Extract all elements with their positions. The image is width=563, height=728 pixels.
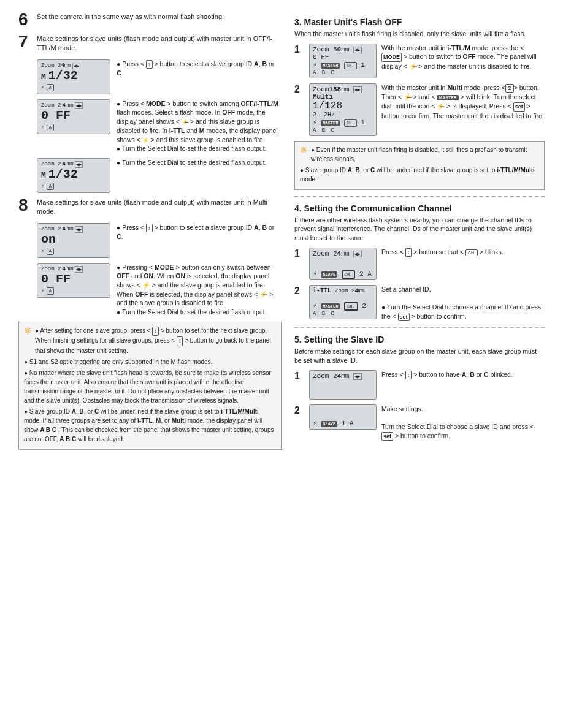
info-text-2: ● S1 and S2 optic triggering are only su… [24, 357, 212, 366]
section-3-intro: When the master unit's flash firing is d… [294, 29, 545, 39]
section-5-title: 5. Setting the Slave ID [294, 335, 545, 344]
lcd-section5-1: Zoom 24mm ◀▶ [309, 370, 377, 400]
section4-step1-text: Press < ↕ > button so that < CH. > blink… [381, 248, 545, 257]
lcd-section3-2: Zoom188mm ◀▶ Multi 1/128 2– 2Hz ⚡ MASTER… [309, 83, 377, 136]
step-8-number: 8 [18, 197, 32, 214]
section5-step1: 1 Zoom 24mm ◀▶ Press < ↕ > button to hav… [294, 370, 545, 400]
section-4-title: 4. Setting the Communication Channel [294, 203, 545, 213]
section5-step2: 2 ⚡ SLAVE 1 A Make settings. Turn the Se… [294, 404, 545, 441]
step-8-panel-2: Zoom 24mm ◀▶ 0 FF ⚡ A ● Pressing < MODE … [37, 263, 282, 317]
lcd-panel-7-3: Zoom 24mm ◀▶ M 1/32 ⚡ A [37, 158, 110, 193]
info-text-4: ● Slave group ID A, B, or C will be unde… [24, 407, 277, 444]
section5-step1-text: Press < ↕ > button to have A, B or C bli… [381, 370, 545, 380]
lcd-panel-8-1: Zoom 24mm ◀▶ on ⚡ A [37, 223, 110, 258]
section4-step2-num: 2 [294, 285, 304, 297]
bullet-text-7-1: ● Press < ↕ > button to select a slave g… [117, 59, 282, 78]
step-7-panel-3: Zoom 24mm ◀▶ M 1/32 ⚡ A ● Turn the Selec… [37, 158, 282, 193]
right-column: 3. Master Unit's Flash OFF When the mast… [294, 12, 545, 455]
section-4-intro: If there are other wireless flash system… [294, 216, 545, 243]
lcd-section4-2: i-TTL Zoom 24mm ⚡ MASTER CH. 2 A B C [309, 285, 377, 319]
section5-step1-num: 1 [294, 370, 304, 382]
step-7-content: Zoom 24mm ◀▶ M 1/32 ⚡ A ● Press < ↕ > bu… [37, 59, 282, 193]
left-column: 6 Set the camera in the same way as with… [18, 12, 282, 455]
info-row-1: 🔆 ● After setting for one slave group, p… [24, 326, 277, 355]
bullet-text-8-1: ● Press < ↕ > button to select a slave g… [117, 223, 282, 241]
lcd-panel-7-1: Zoom 24mm ◀▶ M 1/32 ⚡ A [37, 59, 110, 94]
section3-step2: 2 Zoom188mm ◀▶ Multi 1/128 2– 2Hz ⚡ MAST… [294, 83, 545, 136]
section5-step2-num: 2 [294, 404, 304, 416]
lcd-section3-1: Zoom 50mm ◀▶ 0 FF ⚡ MASTER CH. 1 A B C [309, 44, 377, 78]
section3-note-1: 🔆 ● Even if the master unit flash firing… [300, 145, 539, 164]
info-row-2: ● S1 and S2 optic triggering are only su… [24, 357, 277, 366]
step-7-text: Make settings for slave units (flash mod… [37, 34, 282, 53]
step-7-panel-1: Zoom 24mm ◀▶ M 1/32 ⚡ A ● Press < ↕ > bu… [37, 59, 282, 94]
divider-1 [294, 196, 545, 197]
lcd-section5-2: ⚡ SLAVE 1 A [309, 404, 377, 430]
lcd-section4-1: Zoom 24mm ◀▶ ⚡ SLAVE CH. 2 A [309, 248, 377, 280]
section4-step2: 2 i-TTL Zoom 24mm ⚡ MASTER CH. 2 A B C S… [294, 285, 545, 322]
info-text-1: ● After setting for one slave group, pre… [35, 326, 277, 355]
step-7-row: 7 Make settings for slave units (flash m… [18, 34, 282, 53]
step-8-row: 8 Make settings for slave units (flash m… [18, 198, 282, 217]
section4-step1-num: 1 [294, 248, 304, 259]
section3-step1: 1 Zoom 50mm ◀▶ 0 FF ⚡ MASTER CH. 1 A B C… [294, 44, 545, 78]
step-8-content: Zoom 24mm ◀▶ on ⚡ A ● Press < ↕ > button… [37, 223, 282, 317]
step-6-row: 6 Set the camera in the same way as with… [18, 12, 282, 28]
step-6-text: Set the camera in the same way as with n… [37, 12, 282, 21]
section3-note-box: 🔆 ● Even if the master unit flash firing… [294, 141, 545, 190]
divider-2 [294, 327, 545, 328]
step-6-number: 6 [18, 11, 32, 28]
bullet-text-7-2: ● Press < MODE > button to switch among … [117, 99, 282, 153]
bullet-text-8-2: ● Pressing < MODE > button can only swit… [117, 263, 282, 317]
section-3-title: 3. Master Unit's Flash OFF [294, 17, 545, 27]
lcd-panel-8-2: Zoom 24mm ◀▶ 0 FF ⚡ A [37, 263, 110, 298]
step-8-panel-1: Zoom 24mm ◀▶ on ⚡ A ● Press < ↕ > button… [37, 223, 282, 258]
info-text-3: ● No matter where the slave unit flash h… [24, 368, 277, 405]
info-row-3: ● No matter where the slave unit flash h… [24, 368, 277, 405]
step-7-number: 7 [18, 33, 32, 50]
section3-step1-num: 1 [294, 44, 304, 55]
info-icon-1: 🔆 [24, 326, 33, 335]
bullet-text-7-3: ● Turn the Select Dial to set the desire… [117, 158, 282, 167]
info-box-left: 🔆 ● After setting for one slave group, p… [18, 322, 282, 450]
section3-step1-text: With the master unit in i-TTL/M mode, pr… [381, 44, 545, 71]
section4-step1: 1 Zoom 24mm ◀▶ ⚡ SLAVE CH. 2 A Press < ↕… [294, 248, 545, 280]
page-layout: 6 Set the camera in the same way as with… [18, 12, 545, 455]
section-5-intro: Before make settings for each slave grou… [294, 347, 545, 365]
info-row-4: ● Slave group ID A, B, or C will be unde… [24, 407, 277, 444]
lcd-panel-7-2: Zoom 24mm ◀▶ 0 FF ⚡ A [37, 99, 110, 134]
section4-step2-text: Set a channel ID. ● Turn the Select Dial… [381, 285, 545, 322]
step-8-text: Make settings for slave units (flash mod… [37, 198, 282, 217]
section3-note-2: ● Slave group ID A, B, or C will be unde… [300, 165, 539, 184]
section5-step2-text: Make settings. Turn the Select Dial to c… [381, 404, 545, 441]
section3-step2-num: 2 [294, 83, 304, 95]
section3-step2-text: With the master unit in Multi mode, pres… [381, 83, 545, 121]
step-7-panel-2: Zoom 24mm ◀▶ 0 FF ⚡ A ● Press < MODE > b… [37, 99, 282, 153]
